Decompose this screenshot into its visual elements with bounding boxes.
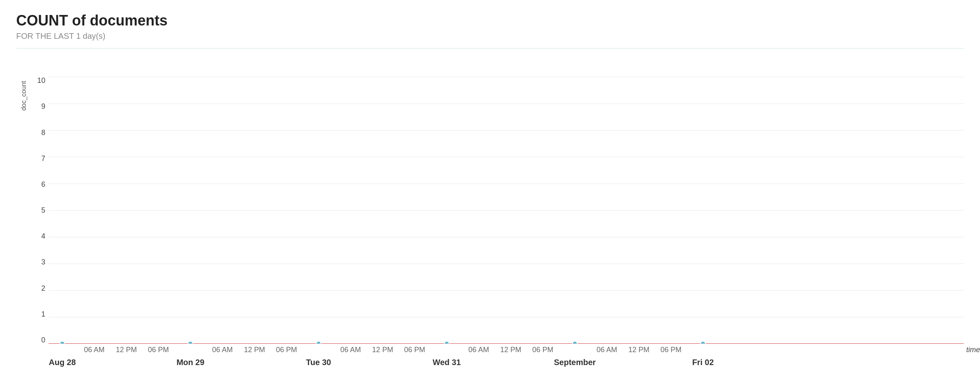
data-point	[700, 341, 705, 344]
chart-title: COUNT of documents	[16, 12, 964, 29]
y-tick-label: 2	[41, 285, 45, 292]
x-time-label: 12 PM	[628, 346, 649, 354]
x-time-label: 12 PM	[500, 346, 521, 354]
x-time-label: 12 PM	[244, 346, 265, 354]
x-time-label: 06 AM	[596, 346, 617, 354]
page-container: COUNT of documents FOR THE LAST 1 day(s)…	[0, 0, 980, 376]
y-tick-label: 3	[41, 258, 45, 266]
data-line-svg	[49, 77, 964, 344]
y-tick-label: 0	[41, 336, 45, 344]
y-tick-label: 9	[41, 103, 45, 110]
x-time-label: 06 PM	[148, 346, 169, 354]
data-point	[60, 341, 65, 344]
y-tick-label: 7	[41, 155, 45, 162]
x-day-label: Mon 29	[176, 358, 204, 367]
x-time-label: 06 PM	[276, 346, 297, 354]
x-axis-labels: Aug 2806 AM12 PM06 PMMon 2906 AM12 PM06 …	[49, 346, 964, 376]
chart-area: doc_count 012345678910 Aug 2806 AM12 PM0…	[16, 61, 964, 368]
x-time-label: 06 AM	[212, 346, 233, 354]
x-time-label: 06 AM	[469, 346, 489, 354]
x-day-label: Tue 30	[306, 358, 331, 367]
y-tick-label: 10	[37, 77, 45, 84]
data-point	[188, 341, 193, 344]
data-point	[316, 341, 321, 344]
x-time-label: 06 AM	[84, 346, 105, 354]
y-tick-label: 4	[41, 232, 45, 240]
y-ticks: 012345678910	[37, 77, 49, 344]
y-axis: doc_count 012345678910	[16, 61, 49, 368]
data-point	[444, 341, 449, 344]
chart-body: Aug 2806 AM12 PM06 PMMon 2906 AM12 PM06 …	[49, 77, 964, 368]
grid-line	[49, 344, 964, 344]
y-axis-label: doc_count	[20, 81, 28, 111]
data-point	[573, 341, 577, 344]
x-time-label: 06 PM	[660, 346, 681, 354]
x-day-label: Fri 02	[692, 358, 714, 367]
y-tick-label: 8	[41, 129, 45, 136]
x-time-label: 06 AM	[340, 346, 361, 354]
x-time-label: 06 PM	[532, 346, 553, 354]
x-day-label: Aug 28	[49, 358, 76, 367]
x-time-label: 06 PM	[404, 346, 425, 354]
x-day-label: Wed 31	[433, 358, 461, 367]
x-time-label: 12 PM	[116, 346, 137, 354]
y-tick-label: 5	[41, 207, 45, 214]
divider	[16, 48, 964, 49]
x-axis-title: time	[966, 346, 980, 354]
x-day-label: September	[554, 358, 596, 367]
chart-subtitle: FOR THE LAST 1 day(s)	[16, 32, 964, 41]
y-tick-label: 6	[41, 181, 45, 188]
x-time-label: 12 PM	[372, 346, 393, 354]
y-tick-label: 1	[41, 311, 45, 318]
